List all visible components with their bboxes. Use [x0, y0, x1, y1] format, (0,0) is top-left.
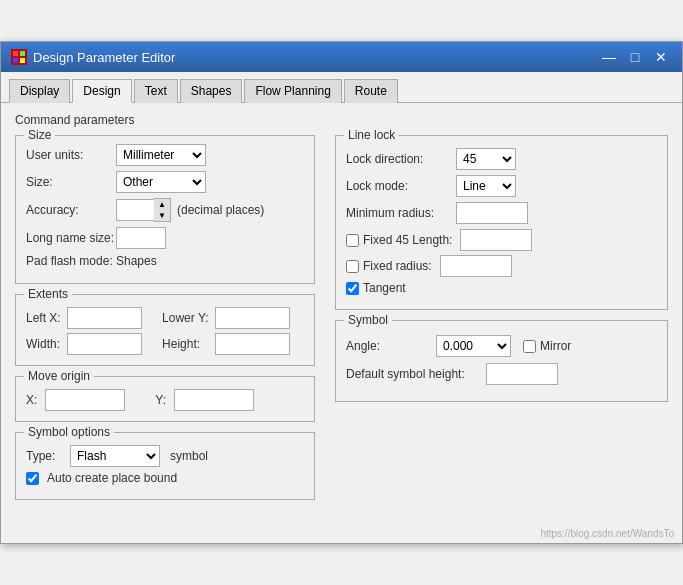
right-column: Line lock Lock direction: 45 90 0 Any Lo… — [335, 135, 668, 510]
move-origin-title: Move origin — [24, 369, 94, 383]
section-command-params: Command parameters — [15, 113, 668, 127]
main-window: Design Parameter Editor — □ ✕ Display De… — [0, 41, 683, 544]
mirror-checkbox[interactable] — [523, 340, 536, 353]
default-height-input[interactable]: 3.8100 — [486, 363, 558, 385]
auto-create-label: Auto create place bound — [47, 471, 177, 485]
tab-bar: Display Design Text Shapes Flow Planning… — [1, 72, 682, 103]
move-y-input[interactable]: 0.0000 — [174, 389, 254, 411]
fixed45-label: Fixed 45 Length: — [363, 233, 452, 247]
tab-shapes[interactable]: Shapes — [180, 79, 243, 103]
tangent-row: Tangent — [346, 281, 657, 295]
fixed-radius-label: Fixed radius: — [363, 259, 432, 273]
accuracy-up-button[interactable]: ▲ — [154, 199, 170, 210]
title-bar: Design Parameter Editor — □ ✕ — [1, 42, 682, 72]
pad-flash-label: Pad flash mode: — [26, 254, 116, 268]
watermark: https://blog.csdn.net/WandsTo — [1, 524, 682, 543]
left-x-input[interactable]: -5.0000 — [67, 307, 142, 329]
lock-mode-select[interactable]: Line Off On — [456, 175, 516, 197]
tab-display[interactable]: Display — [9, 79, 70, 103]
lower-y-label: Lower Y: — [162, 311, 208, 325]
auto-create-row: Auto create place bound — [26, 471, 304, 485]
size-select[interactable]: Other A4 A3 Letter — [116, 171, 206, 193]
min-radius-row: Minimum radius: 0.0000 — [346, 202, 657, 224]
pad-flash-value: Shapes — [116, 254, 157, 268]
angle-row: Angle: 0.000 45.000 90.000 180.000 Mirro… — [346, 335, 657, 357]
user-units-row: User units: Millimeter Inch Mils — [26, 144, 304, 166]
pad-flash-row: Pad flash mode: Shapes — [26, 254, 304, 268]
size-row: Size: Other A4 A3 Letter — [26, 171, 304, 193]
height-label: Height: — [162, 337, 208, 351]
symbol-options-group: Symbol options Type: Flash Drawn symbol … — [15, 432, 315, 500]
svg-rect-1 — [20, 51, 25, 56]
width-input[interactable]: 10.0000 — [67, 333, 142, 355]
tab-design[interactable]: Design — [72, 79, 131, 103]
fixed45-input[interactable]: 0.6350 — [460, 229, 532, 251]
symbol-title: Symbol — [344, 313, 392, 327]
user-units-select[interactable]: Millimeter Inch Mils — [116, 144, 206, 166]
window-title: Design Parameter Editor — [33, 50, 175, 65]
fixed-radius-row: Fixed radius: 0.6350 — [346, 255, 657, 277]
extents-grid: Left X: -5.0000 Lower Y: -5.0000 Width: … — [26, 307, 304, 355]
tangent-checkbox[interactable] — [346, 282, 359, 295]
lock-dir-select[interactable]: 45 90 0 Any — [456, 148, 516, 170]
accuracy-label: Accuracy: — [26, 203, 116, 217]
tab-flow-planning[interactable]: Flow Planning — [244, 79, 341, 103]
fixed-radius-checkbox[interactable] — [346, 260, 359, 273]
two-column-layout: Size User units: Millimeter Inch Mils Si… — [15, 135, 668, 510]
accuracy-suffix: (decimal places) — [177, 203, 264, 217]
line-lock-group: Line lock Lock direction: 45 90 0 Any Lo… — [335, 135, 668, 310]
extents-group: Extents Left X: -5.0000 Lower Y: -5.0000… — [15, 294, 315, 366]
default-height-row: Default symbol height: 3.8100 — [346, 363, 657, 385]
lock-dir-label: Lock direction: — [346, 152, 456, 166]
close-button[interactable]: ✕ — [650, 48, 672, 66]
fixed45-row: Fixed 45 Length: 0.6350 — [346, 229, 657, 251]
fixed45-checkbox[interactable] — [346, 234, 359, 247]
size-group-title: Size — [24, 128, 55, 142]
accuracy-input[interactable]: 4 — [116, 199, 154, 221]
move-x-field: X: 0.0000 — [26, 389, 125, 411]
move-origin-group: Move origin X: 0.0000 Y: 0.0000 — [15, 376, 315, 422]
mirror-label: Mirror — [540, 339, 571, 353]
width-label: Width: — [26, 337, 61, 351]
symbol-options-title: Symbol options — [24, 425, 114, 439]
maximize-button[interactable]: □ — [624, 48, 646, 66]
move-origin-row: X: 0.0000 Y: 0.0000 — [26, 389, 304, 411]
tab-route[interactable]: Route — [344, 79, 398, 103]
user-units-label: User units: — [26, 148, 116, 162]
angle-select[interactable]: 0.000 45.000 90.000 180.000 — [436, 335, 511, 357]
line-lock-title: Line lock — [344, 128, 399, 142]
min-radius-input[interactable]: 0.0000 — [456, 202, 528, 224]
accuracy-spin-buttons: ▲ ▼ — [154, 198, 171, 222]
move-x-label: X: — [26, 393, 37, 407]
title-bar-left: Design Parameter Editor — [11, 49, 175, 65]
lock-mode-label: Lock mode: — [346, 179, 456, 193]
height-input[interactable]: 10.0000 — [215, 333, 290, 355]
fixed-radius-input[interactable]: 0.6350 — [440, 255, 512, 277]
min-radius-label: Minimum radius: — [346, 206, 456, 220]
type-suffix: symbol — [170, 449, 208, 463]
svg-rect-3 — [20, 58, 25, 63]
lower-y-input[interactable]: -5.0000 — [215, 307, 290, 329]
size-group: Size User units: Millimeter Inch Mils Si… — [15, 135, 315, 284]
left-x-label: Left X: — [26, 311, 61, 325]
move-y-label: Y: — [155, 393, 166, 407]
long-name-input[interactable]: 255 — [116, 227, 166, 249]
accuracy-row: Accuracy: 4 ▲ ▼ (decimal places) — [26, 198, 304, 222]
minimize-button[interactable]: — — [598, 48, 620, 66]
app-icon — [11, 49, 27, 65]
type-row: Type: Flash Drawn symbol — [26, 445, 304, 467]
lock-mode-row: Lock mode: Line Off On — [346, 175, 657, 197]
long-name-label: Long name size: — [26, 231, 116, 245]
auto-create-checkbox[interactable] — [26, 472, 39, 485]
lock-dir-row: Lock direction: 45 90 0 Any — [346, 148, 657, 170]
tab-text[interactable]: Text — [134, 79, 178, 103]
default-height-label: Default symbol height: — [346, 367, 486, 381]
angle-label: Angle: — [346, 339, 436, 353]
symbol-group: Symbol Angle: 0.000 45.000 90.000 180.00… — [335, 320, 668, 402]
accuracy-down-button[interactable]: ▼ — [154, 210, 170, 221]
mirror-field: Mirror — [523, 339, 571, 353]
long-name-row: Long name size: 255 — [26, 227, 304, 249]
extents-group-title: Extents — [24, 287, 72, 301]
move-x-input[interactable]: 0.0000 — [45, 389, 125, 411]
type-select[interactable]: Flash Drawn — [70, 445, 160, 467]
